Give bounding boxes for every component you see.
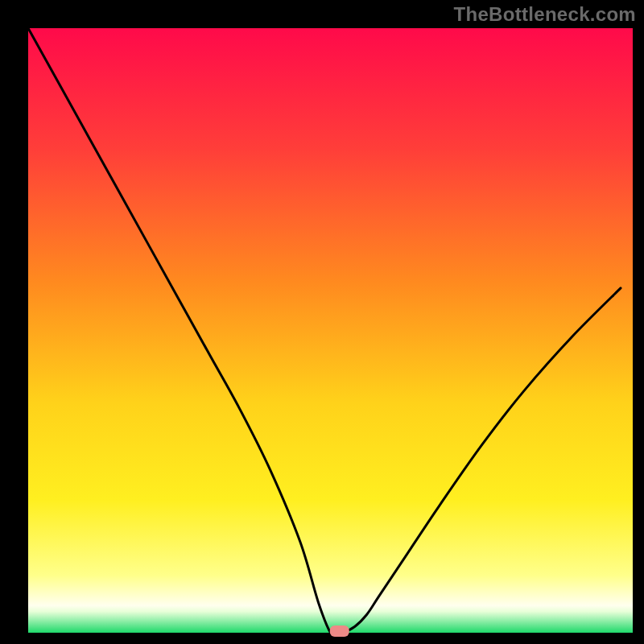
plot-background xyxy=(28,28,633,633)
chart-frame: TheBottleneck.com xyxy=(0,0,644,644)
bottleneck-chart xyxy=(0,0,644,644)
watermark-label: TheBottleneck.com xyxy=(454,3,636,26)
optimal-point-marker xyxy=(330,625,349,637)
